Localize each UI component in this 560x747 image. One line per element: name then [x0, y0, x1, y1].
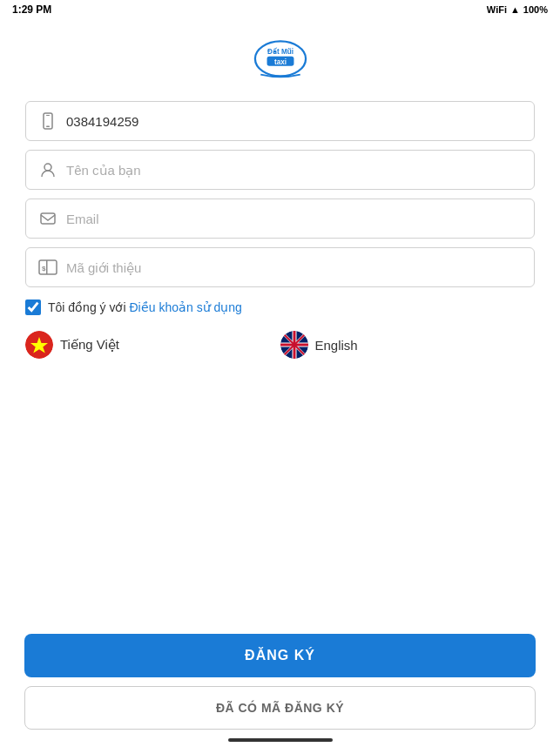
already-registered-button[interactable]: ĐÃ CÓ MÃ ĐĂNG KÝ — [24, 686, 536, 730]
status-time: 1:29 PM — [12, 3, 51, 16]
terms-label: Tôi đồng ý với Điều khoản sử dụng — [48, 300, 242, 314]
referral-input-row: $ — [25, 247, 535, 287]
main-content: Đất Mũi taxi — [0, 19, 560, 376]
register-button[interactable]: ĐĂNG KÝ — [24, 634, 536, 677]
svg-rect-11 — [46, 260, 48, 274]
email-field[interactable] — [61, 212, 525, 226]
email-input-row — [25, 199, 535, 239]
svg-text:taxi: taxi — [273, 58, 286, 66]
user-icon — [35, 157, 61, 183]
status-bar: 1:29 PM WiFi ▲ 100% — [0, 0, 560, 19]
terms-link[interactable]: Điều khoản sử dụng — [129, 300, 241, 314]
signal-icon: ▲ — [510, 4, 520, 15]
wifi-icon: WiFi — [487, 4, 507, 15]
app-logo: Đất Mũi taxi — [250, 37, 311, 80]
svg-rect-8 — [41, 213, 55, 224]
referral-field[interactable] — [61, 260, 525, 275]
status-icons: WiFi ▲ 100% — [487, 4, 548, 15]
battery-icon: 100% — [523, 4, 548, 15]
svg-rect-5 — [46, 126, 50, 128]
email-icon — [35, 205, 61, 232]
svg-text:$: $ — [42, 265, 46, 273]
name-input-row — [25, 150, 535, 190]
phone-icon — [35, 108, 61, 134]
en-label: English — [315, 338, 358, 353]
phone-field[interactable] — [61, 114, 525, 129]
language-option-vi[interactable]: Tiếng Việt — [25, 331, 280, 359]
terms-row: Tôi đồng ý với Điều khoản sử dụng — [25, 299, 535, 315]
bottom-buttons: ĐĂNG KÝ ĐÃ CÓ MÃ ĐĂNG KÝ — [24, 634, 536, 730]
svg-text:Đất Mũi: Đất Mũi — [267, 47, 293, 56]
phone-input-row — [25, 101, 535, 141]
language-option-en[interactable]: English — [280, 331, 536, 359]
svg-rect-6 — [46, 115, 50, 116]
language-row: Tiếng Việt English — [25, 331, 535, 359]
logo-container: Đất Mũi taxi — [250, 37, 311, 80]
terms-checkbox[interactable] — [25, 299, 41, 315]
svg-point-7 — [44, 164, 51, 171]
referral-icon: $ — [35, 254, 61, 280]
uk-flag — [280, 331, 308, 359]
name-field[interactable] — [61, 163, 525, 178]
home-indicator — [228, 738, 333, 742]
vn-flag — [25, 331, 53, 359]
vi-label: Tiếng Việt — [60, 337, 119, 353]
